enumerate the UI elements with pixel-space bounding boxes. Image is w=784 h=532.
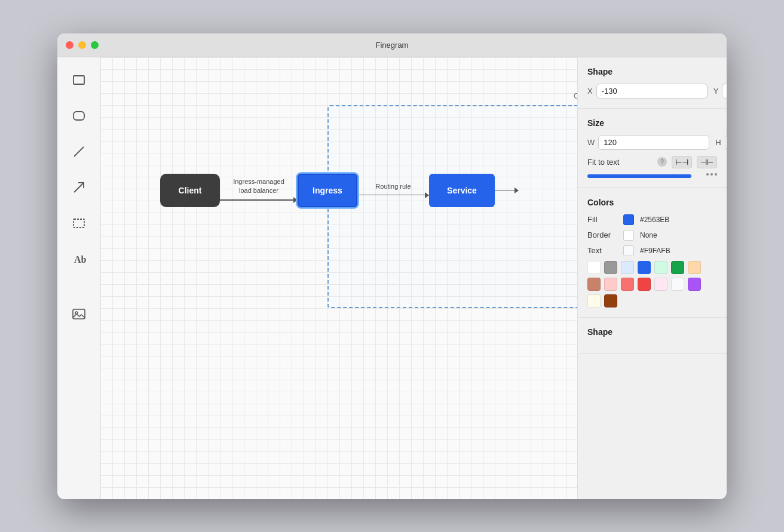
connector-3 [495, 187, 519, 193]
canvas-area[interactable]: Cluster Client Ingress-managedload balan… [100, 57, 577, 499]
x-input[interactable] [596, 84, 708, 99]
palette-white2[interactable] [671, 278, 684, 291]
w-input[interactable] [598, 135, 709, 150]
window-title: Finegram [376, 41, 409, 50]
right-panel: Shape X Y Size W [577, 57, 727, 499]
border-swatch[interactable] [623, 230, 634, 241]
client-label: Client [179, 186, 202, 195]
palette-orange[interactable] [688, 261, 701, 274]
svg-rect-0 [74, 76, 84, 84]
fit-btn-shrink[interactable]: ⊢⊣ [672, 156, 692, 168]
line-tool[interactable] [66, 139, 92, 165]
svg-rect-4 [74, 219, 84, 227]
connector-2: Routing rule [357, 183, 429, 198]
titlebar: Finegram [57, 33, 727, 57]
palette-purple[interactable] [688, 278, 701, 291]
sidebar: Abc [57, 57, 100, 499]
fill-row: Fill #2563EB [587, 214, 717, 225]
diagram-nodes: Client Ingress-managedload balancer Ingr… [160, 174, 519, 207]
node-ingress[interactable]: Ingress [298, 174, 357, 207]
fill-hex: #2563EB [640, 216, 669, 224]
close-button[interactable] [66, 41, 74, 49]
node-client[interactable]: Client [160, 174, 220, 207]
fit-to-text-label: Fit to text [587, 158, 653, 167]
h-field: H [715, 135, 727, 150]
text-hex: #F9FAFB [640, 247, 670, 255]
palette-light-red[interactable] [604, 278, 617, 291]
palette-row-3 [587, 294, 717, 307]
svg-rect-1 [74, 112, 84, 120]
connector-1-label: Ingress-managedload balancer [233, 177, 284, 195]
shape-position-section: Shape X Y [578, 57, 727, 109]
text-color-row: Text #F9FAFB [587, 245, 717, 256]
palette-light-green[interactable] [654, 261, 667, 274]
fit-text-row: Fit to text ? ⊢⊣ ⊣⊢ [587, 156, 717, 168]
ingress-label: Ingress [313, 186, 342, 195]
fit-to-text-help-icon[interactable]: ? [657, 157, 667, 167]
w-field: W [587, 135, 709, 150]
x-field: X [587, 84, 708, 99]
shape-title-2: Shape [587, 327, 717, 337]
traffic-lights [66, 41, 99, 49]
palette-gray[interactable] [604, 261, 617, 274]
maximize-button[interactable] [91, 41, 99, 49]
w-label: W [587, 138, 595, 147]
palette-dark-brown[interactable] [604, 294, 617, 307]
blue-progress-bar [587, 174, 691, 178]
palette-white[interactable] [587, 261, 601, 274]
app-window: Finegram [57, 33, 727, 499]
bar-controls [706, 173, 717, 176]
cluster-label: Cluster [574, 92, 577, 100]
shape-title: Shape [587, 67, 717, 76]
y-input[interactable] [722, 84, 727, 99]
palette-light-blue[interactable] [621, 261, 634, 274]
size-row: W H [587, 135, 717, 150]
palette-yellow[interactable] [587, 294, 601, 307]
node-service[interactable]: Service [429, 174, 495, 207]
y-field: Y [713, 84, 727, 99]
text-color-swatch[interactable] [623, 245, 634, 256]
palette-salmon[interactable] [621, 278, 634, 291]
fill-swatch[interactable] [623, 214, 634, 225]
connector-1: Ingress-managedload balancer [220, 177, 298, 203]
svg-line-2 [74, 147, 84, 156]
service-label: Service [447, 186, 477, 195]
select-tool[interactable] [66, 210, 92, 236]
text-color-label: Text [587, 246, 617, 255]
size-title: Size [587, 118, 717, 128]
text-tool[interactable]: Abc [66, 246, 92, 272]
fill-label: Fill [587, 215, 617, 224]
border-value: None [640, 231, 657, 239]
svg-line-3 [74, 183, 84, 192]
size-section: Size W H Fit to text ? ⊢⊣ ⊣⊢ [578, 109, 727, 188]
h-label: H [715, 138, 721, 147]
coords-row: X Y [587, 84, 717, 99]
main-area: Abc Cluster [57, 57, 727, 499]
connector-2-label: Routing rule [375, 183, 411, 190]
palette-red[interactable] [638, 278, 651, 291]
y-label: Y [713, 87, 719, 96]
svg-text:Abc: Abc [74, 254, 86, 265]
palette-blue[interactable] [638, 261, 651, 274]
border-label: Border [587, 230, 617, 239]
fit-btn-expand[interactable]: ⊣⊢ [697, 156, 717, 168]
svg-rect-6 [73, 309, 85, 319]
rounded-rect-tool[interactable] [66, 103, 92, 129]
arrow-tool[interactable] [66, 174, 92, 201]
colors-title: Colors [587, 198, 717, 207]
palette-pink-light[interactable] [654, 278, 667, 291]
palette-brown[interactable] [587, 278, 601, 291]
image-tool[interactable] [66, 301, 92, 327]
x-label: X [587, 87, 593, 96]
h-input[interactable] [725, 135, 727, 150]
colors-section: Colors Fill #2563EB Border None Text [578, 188, 727, 318]
rectangle-tool[interactable] [66, 67, 92, 93]
minimize-button[interactable] [78, 41, 86, 49]
palette-row-1 [587, 261, 717, 274]
palette-row-2 [587, 278, 717, 291]
border-row: Border None [587, 230, 717, 241]
shape-section-2: Shape [578, 318, 727, 354]
palette-green[interactable] [671, 261, 684, 274]
